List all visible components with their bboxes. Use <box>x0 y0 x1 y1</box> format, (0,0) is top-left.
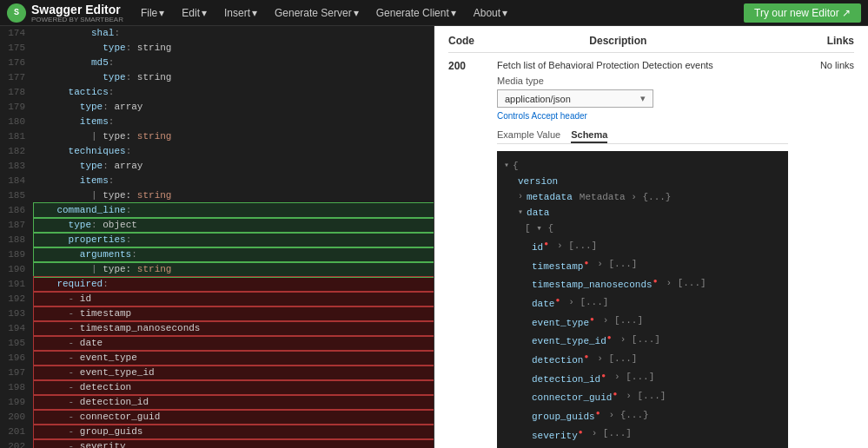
tree-data-bracket: [ ▾ { <box>504 221 781 236</box>
menu-generate-client[interactable]: Generate Client ▾ <box>368 0 465 26</box>
example-schema-tabs: Example Value Schema <box>497 128 788 144</box>
schema-tree: ▾ { version › metadata Metadata › {...} <box>497 151 788 448</box>
menu-generate-server[interactable]: Generate Server ▾ <box>266 0 368 26</box>
code-line: type: object <box>34 218 434 233</box>
logo-text: Swagger Editor <box>31 3 121 16</box>
code-line: - group_guids <box>34 425 434 439</box>
code-line: type: array <box>34 159 434 174</box>
logo-area: S Swagger Editor POWERED BY SMARTBEAR <box>7 3 123 23</box>
line-number: 192 <box>0 292 25 306</box>
code-line: shal: <box>34 26 434 41</box>
line-number: 196 <box>0 351 25 366</box>
menu-file[interactable]: File ▾ <box>132 0 173 26</box>
code-line: command_line: <box>34 203 434 218</box>
line-number: 194 <box>0 321 25 336</box>
line-number: 200 <box>0 410 25 425</box>
code-line: - detection <box>34 380 434 395</box>
tree-field-detection-id: detection_id › [...] <box>504 368 781 387</box>
code-line: tactics: <box>34 85 434 100</box>
line-number: 184 <box>0 174 25 188</box>
line-number: 180 <box>0 115 25 129</box>
response-panel: Code Description Links 200 Fetch list of… <box>434 26 868 448</box>
tree-field-computer: computer › {...} <box>504 443 781 448</box>
line-number: 199 <box>0 395 25 410</box>
tree-version: version <box>504 174 781 189</box>
col-code: Code <box>448 35 572 47</box>
tree-field-detection: detection › [...] <box>504 349 781 368</box>
line-number: 186 <box>0 203 25 218</box>
code-line: required: <box>34 277 434 292</box>
swagger-logo-icon: S <box>7 3 26 23</box>
code-line: | type: string <box>34 262 434 277</box>
tree-field-severity: severity › [...] <box>504 425 781 444</box>
tree-metadata: › metadata Metadata › {...} <box>504 189 781 205</box>
code-line: - date <box>34 336 434 351</box>
media-type-dropdown-icon[interactable]: ▾ <box>640 93 646 104</box>
try-new-editor-button[interactable]: Try our new Editor ↗ <box>744 3 861 23</box>
tab-example-value[interactable]: Example Value <box>497 128 560 143</box>
tree-data: ▾ data <box>504 205 781 221</box>
code-line: - timestamp_nanoseconds <box>34 321 434 336</box>
controls-accept-header[interactable]: Controls Accept header <box>497 111 788 121</box>
line-number: 181 <box>0 129 25 144</box>
code-line: - timestamp <box>34 306 434 321</box>
menu-insert[interactable]: Insert ▾ <box>215 0 266 26</box>
code-line: items: <box>34 115 434 129</box>
line-number: 187 <box>0 218 25 233</box>
response-200-row: 200 Fetch list of Behavioral Protection … <box>448 60 854 448</box>
topbar: S Swagger Editor POWERED BY SMARTBEAR Fi… <box>0 0 868 26</box>
code-line: techniques: <box>34 144 434 159</box>
tree-field-timestamp-ns: timestamp_nanoseconds › [...] <box>504 273 781 293</box>
line-number: 182 <box>0 144 25 159</box>
line-number: 195 <box>0 336 25 351</box>
tree-root-open: ▾ { <box>504 158 781 174</box>
line-number: 198 <box>0 380 25 395</box>
line-number: 185 <box>0 188 25 203</box>
line-number: 197 <box>0 366 25 380</box>
response-table-header: Code Description Links <box>448 35 854 53</box>
code-line: items: <box>34 174 434 188</box>
line-number: 177 <box>0 70 25 85</box>
code-line: - connector_guid <box>34 410 434 425</box>
line-number: 193 <box>0 306 25 321</box>
code-content[interactable]: shal: type: string md5: type: string tac… <box>30 26 434 448</box>
response-description: Fetch list of Behavioral Protection Dete… <box>497 60 788 448</box>
line-number: 189 <box>0 247 25 262</box>
tab-schema[interactable]: Schema <box>571 128 607 143</box>
line-number: 201 <box>0 425 25 439</box>
no-links-label: No links <box>802 60 854 70</box>
line-number: 188 <box>0 233 25 247</box>
line-number: 202 <box>0 439 25 448</box>
line-number: 179 <box>0 100 25 115</box>
media-type-value: application/json <box>505 94 571 104</box>
code-editor[interactable]: 1741751761771781791801811821831841851861… <box>0 26 434 448</box>
code-line: - id <box>34 292 434 306</box>
code-line: - severity <box>34 439 434 448</box>
code-line: - event_type <box>34 351 434 366</box>
code-line: md5: <box>34 56 434 70</box>
media-type-label: Media type <box>497 76 788 86</box>
line-number: 191 <box>0 277 25 292</box>
tree-field-connector-guid: connector_guid › [...] <box>504 386 781 405</box>
response-section: Code Description Links 200 Fetch list of… <box>434 26 868 448</box>
code-line: | type: string <box>34 129 434 144</box>
code-line: - event_type_id <box>34 366 434 380</box>
menu-edit[interactable]: Edit ▾ <box>173 0 215 26</box>
line-number: 183 <box>0 159 25 174</box>
tree-field-group-guids: group_guids › {...} <box>504 405 781 425</box>
code-line: | type: string <box>34 188 434 203</box>
line-number: 176 <box>0 56 25 70</box>
menu-about[interactable]: About ▾ <box>465 0 516 26</box>
tree-field-date: date › [...] <box>504 293 781 312</box>
tree-field-event-type: event_type › [...] <box>504 312 781 331</box>
logo-text-area: Swagger Editor POWERED BY SMARTBEAR <box>31 3 123 23</box>
code-line: - detection_id <box>34 395 434 410</box>
logo-sub: POWERED BY SMARTBEAR <box>31 16 123 23</box>
col-links: Links <box>731 35 854 47</box>
line-number: 174 <box>0 26 25 41</box>
media-type-select[interactable]: application/json ▾ <box>497 89 653 108</box>
tree-field-id: id › [...] <box>504 236 781 255</box>
line-numbers: 1741751761771781791801811821831841851861… <box>0 26 30 448</box>
response-code: 200 <box>448 60 483 72</box>
tree-field-event-type-id: event_type_id › [...] <box>504 330 781 349</box>
